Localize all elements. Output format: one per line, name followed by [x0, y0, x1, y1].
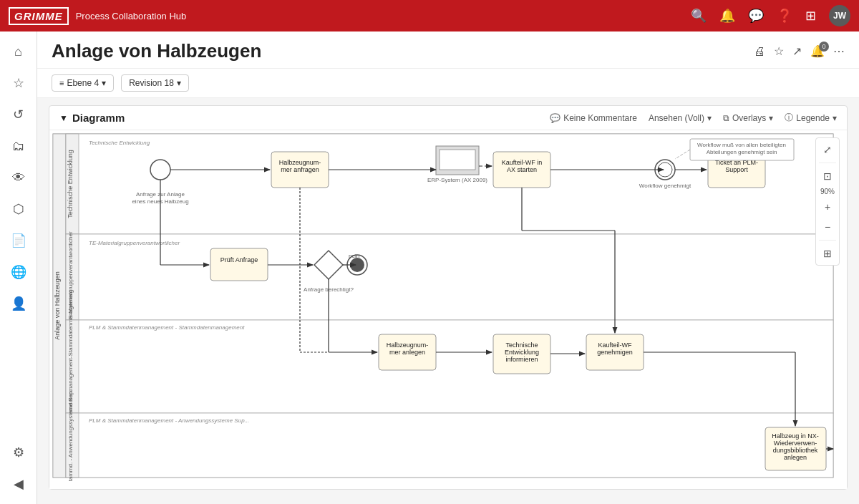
grid-icon[interactable]: ⊞ — [805, 8, 816, 24]
svg-text:Halbzeug in NX-: Halbzeug in NX- — [772, 432, 819, 440]
info-icon: ⓘ — [785, 112, 793, 124]
view-chevron-icon: ▾ — [707, 113, 712, 123]
zoom-out-icon[interactable]: − — [819, 218, 836, 236]
sidebar-bottom: ⚙ ◀ — [4, 438, 33, 504]
more-icon[interactable]: ⋯ — [833, 44, 845, 58]
share-icon[interactable]: ↗ — [792, 44, 802, 58]
sidebar-item-history[interactable]: ↺ — [4, 100, 33, 129]
sidebar-item-person[interactable]: 👤 — [4, 289, 33, 318]
bpmn-diagram: Anlage von Halbzeugen Technische Entwick… — [49, 130, 837, 481]
start-event-1 — [150, 160, 170, 180]
search-icon[interactable]: 🔍 — [691, 8, 707, 24]
svg-text:AX starten: AX starten — [507, 166, 537, 173]
svg-text:TE-Materialgruppenverantwortli: TE-Materialgruppenverantwortlicher — [89, 240, 180, 246]
svg-rect-39 — [440, 150, 475, 170]
svg-text:Halbzeugnum-: Halbzeugnum- — [387, 341, 429, 349]
sidebar-item-globe[interactable]: 🌐 — [4, 258, 33, 286]
sidebar-item-collapse[interactable]: ◀ — [4, 470, 33, 498]
svg-text:Abteilungen genehmigt sein: Abteilungen genehmigt sein — [707, 149, 777, 155]
sidebar: ⌂ ☆ ↺ 🗂 👁 ⬡ 📄 🌐 👤 ⚙ ◀ — [0, 32, 37, 504]
legend-chevron-icon: ▾ — [833, 113, 837, 123]
sidebar-item-star[interactable]: ☆ — [4, 69, 33, 97]
svg-text:Kaufteil-WF in: Kaufteil-WF in — [502, 159, 543, 166]
collapse-icon[interactable]: ▼ — [59, 113, 68, 123]
svg-text:PLM & Stammd. - Anwendungssyst: PLM & Stammd. - Anwendungssysteme Sup... — [67, 387, 74, 481]
diagram-panel: ▼ Diagramm 💬 Keine Kommentare Ansehen (V… — [49, 105, 848, 490]
svg-text:Technische Entwicklung: Technische Entwicklung — [89, 140, 150, 146]
comments-control[interactable]: 💬 Keine Kommentare — [550, 113, 637, 123]
svg-text:PLM & Stammdatenmanagement - A: PLM & Stammdatenmanagement - Anwendungss… — [89, 417, 249, 424]
svg-text:Technische Entwicklung: Technische Entwicklung — [67, 150, 74, 218]
favorite-icon[interactable]: ☆ — [774, 44, 784, 58]
overlays-control[interactable]: ⧉ Overlays ▾ — [723, 113, 773, 123]
svg-text:dungsbibliothek: dungsbibliothek — [773, 447, 818, 454]
svg-rect-8 — [66, 234, 833, 320]
logo: GRIMME — [9, 7, 69, 25]
comment-icon: 💬 — [550, 113, 560, 123]
sidebar-item-graph[interactable]: ⬡ — [4, 195, 33, 223]
page-header: Anlage von Halbzeugen 🖨 ☆ ↗ 🔔0 ⋯ — [37, 32, 859, 69]
diagram-title: ▼ Diagramm — [59, 112, 544, 124]
svg-text:anlegen: anlegen — [784, 454, 807, 461]
svg-text:ERP-System (AX 2009): ERP-System (AX 2009) — [427, 177, 487, 183]
svg-text:Wiederverwen-: Wiederverwen- — [774, 440, 817, 447]
sidebar-item-home[interactable]: ⌂ — [4, 37, 33, 66]
diagram-controls: 💬 Keine Kommentare Ansehen (Voll) ▾ ⧉ Ov… — [550, 112, 837, 124]
zoom-in-icon[interactable]: + — [819, 198, 836, 215]
revision-chevron-icon: ▾ — [177, 78, 181, 88]
sidebar-item-folder[interactable]: 🗂 — [4, 132, 33, 160]
level-icon: ≡ — [59, 79, 64, 87]
print-icon[interactable]: 🖨 — [754, 45, 765, 58]
svg-text:genehmigen: genehmigen — [597, 349, 633, 356]
user-avatar[interactable]: JW — [829, 5, 850, 26]
app-title: Process Collaboration Hub — [76, 11, 187, 21]
diagram-svg[interactable]: Anlage von Halbzeugen Technische Entwick… — [49, 130, 847, 489]
overlays-chevron-icon: ▾ — [769, 113, 773, 123]
bell-icon[interactable]: 🔔 — [719, 8, 735, 24]
notify-icon[interactable]: 🔔0 — [810, 44, 825, 58]
toolbar: ≡ Ebene 4 ▾ Revision 18 ▾ — [37, 69, 859, 98]
task-prueft-anfrage — [210, 248, 268, 281]
level-dropdown[interactable]: ≡ Ebene 4 ▾ — [52, 74, 114, 92]
main-content: Anlage von Halbzeugen 🖨 ☆ ↗ 🔔0 ⋯ ≡ Ebene… — [37, 32, 859, 504]
chat-icon[interactable]: 💬 — [748, 8, 764, 24]
notification-badge: 0 — [819, 42, 829, 52]
svg-text:Workflow genehmigt: Workflow genehmigt — [639, 183, 691, 189]
view-control[interactable]: Ansehen (Voll) ▾ — [649, 113, 712, 123]
revision-label: Revision 18 — [129, 78, 174, 88]
svg-text:mer anlegen: mer anlegen — [389, 349, 425, 356]
svg-text:Kaufteil-WF: Kaufteil-WF — [598, 341, 632, 349]
level-label: Ebene 4 — [67, 78, 99, 88]
expand-icon[interactable]: ⤢ — [819, 141, 836, 158]
sidebar-item-settings[interactable]: ⚙ — [4, 438, 33, 467]
logo-area: GRIMME Process Collaboration Hub — [9, 7, 685, 25]
svg-text:Workflow muß von allen beteili: Workflow muß von allen beteiligten — [697, 142, 786, 148]
level-chevron-icon: ▾ — [102, 78, 106, 88]
svg-text:Support: Support — [725, 166, 748, 173]
sidebar-item-eye[interactable]: 👁 — [4, 163, 33, 192]
map-icon[interactable]: ⊞ — [819, 245, 836, 262]
svg-text:Prüft Anfrage: Prüft Anfrage — [220, 256, 258, 263]
svg-text:nein: nein — [349, 253, 359, 259]
diagram-header: ▼ Diagramm 💬 Keine Kommentare Ansehen (V… — [49, 106, 847, 130]
zoom-level: 90% — [819, 188, 836, 195]
nav-icons: 🔍 🔔 💬 ❓ ⊞ JW — [691, 5, 850, 26]
svg-text:Halbzeugnum-: Halbzeugnum- — [279, 159, 321, 166]
top-navigation: GRIMME Process Collaboration Hub 🔍 🔔 💬 ❓… — [0, 0, 859, 32]
svg-text:Anlage von Halbzeugen: Anlage von Halbzeugen — [54, 271, 61, 340]
svg-rect-12 — [66, 320, 833, 413]
svg-text:informieren: informieren — [505, 356, 538, 363]
zoom-controls: ⤢ ⊡ 90% + − ⊞ — [815, 137, 840, 266]
zoom-fit-icon[interactable]: ⊡ — [819, 168, 836, 185]
overlays-icon: ⧉ — [723, 113, 729, 123]
revision-dropdown[interactable]: Revision 18 ▾ — [121, 74, 189, 92]
help-icon[interactable]: ❓ — [777, 8, 792, 24]
sidebar-item-doc[interactable]: 📄 — [4, 226, 33, 255]
svg-text:Technische: Technische — [505, 341, 538, 349]
page-title: Anlage von Halbzeugen — [52, 40, 261, 62]
legend-control[interactable]: ⓘ Legende ▾ — [785, 112, 837, 124]
svg-text:Entwicklung: Entwicklung — [505, 349, 539, 356]
main-layout: ⌂ ☆ ↺ 🗂 👁 ⬡ 📄 🌐 👤 ⚙ ◀ Anlage von Halbzeu… — [0, 32, 859, 504]
svg-text:mer anfragen: mer anfragen — [281, 166, 319, 173]
diagram-canvas[interactable]: Anlage von Halbzeugen Technische Entwick… — [49, 130, 847, 489]
